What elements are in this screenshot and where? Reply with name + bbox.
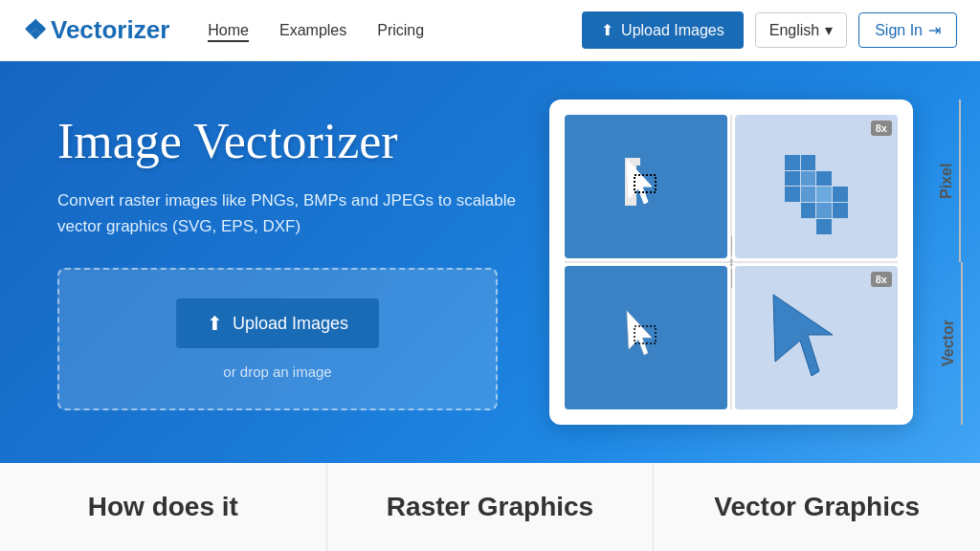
hero-right: 8x [540,99,923,425]
bottom-card-raster[interactable]: Raster Graphics [327,463,655,551]
viz-cell-pixel-zoom: 8x [735,115,898,258]
nav-item-pricing[interactable]: Pricing [377,22,424,39]
cursor-vector-svg [608,299,684,376]
cursor-pixel-svg [608,148,684,225]
upload-dropzone[interactable]: ⬆ Upload Images or drop an image [57,268,498,410]
upload-button-nav[interactable]: ⬆ Upload Images [582,11,744,49]
bottom-section: How does it Raster Graphics Vector Graph… [0,463,980,551]
language-selector[interactable]: English ▾ [755,12,847,48]
signin-icon: ⇥ [928,21,941,39]
nav-item-examples[interactable]: Examples [279,22,346,39]
logo-text: Vectorizer [51,15,169,45]
navbar-right: ⬆ Upload Images English ▾ Sign In ⇥ [582,11,957,49]
hero-section: Image Vectorizer Convert raster images l… [0,61,980,463]
upload-label-nav: Upload Images [621,22,724,39]
upload-button-main[interactable]: ⬆ Upload Images [176,298,379,348]
hero-left: Image Vectorizer Convert raster images l… [57,114,540,411]
upload-icon-nav: ⬆ [601,21,613,39]
svg-marker-5 [627,311,652,355]
svg-rect-2 [633,158,640,165]
vector-label: Vector [940,262,963,425]
chevron-down-icon: ▾ [825,21,833,39]
nav-item-home[interactable]: Home [208,22,249,39]
upload-icon-main: ⬆ [207,312,223,335]
hero-title: Image Vectorizer [57,114,540,168]
nav-link-home[interactable]: Home [208,22,249,42]
vector-zoom-svg [764,285,869,390]
viz-cell-cursor-vector [565,266,727,409]
language-label: English [769,22,819,39]
drop-text: or drop an image [223,364,331,380]
pixel-label: Pixel [938,99,961,262]
center-connector: ↕ [728,236,734,288]
viz-wrapper: 8x [549,99,913,425]
signin-button[interactable]: Sign In ⇥ [858,12,957,48]
hero-subtitle: Convert raster images like PNGs, BMPs an… [57,187,540,239]
vector-zoom-label: 8x [871,272,892,287]
logo-icon: ❖ [23,14,47,46]
signin-label: Sign In [875,22,923,39]
nav-link-pricing[interactable]: Pricing [377,22,424,38]
pixel-zoom-label: 8x [871,121,892,136]
nav-links: Home Examples Pricing [208,22,424,39]
logo[interactable]: ❖ Vectorizer [23,14,169,46]
navbar-left: ❖ Vectorizer Home Examples Pricing [23,14,424,46]
upload-label-main: Upload Images [233,314,348,334]
nav-link-examples[interactable]: Examples [279,22,346,38]
navbar: ❖ Vectorizer Home Examples Pricing ⬆ Upl… [0,0,980,61]
viz-container: 8x [549,99,913,425]
bottom-card-how[interactable]: How does it [0,463,327,551]
bottom-card-how-title: How does it [88,492,238,522]
bottom-card-vector[interactable]: Vector Graphics [654,463,980,551]
bottom-card-raster-title: Raster Graphics [387,492,593,522]
bottom-card-vector-title: Vector Graphics [714,492,920,522]
svg-marker-7 [773,295,833,376]
viz-cell-cursor-pixel [565,115,727,258]
viz-cell-vector-zoom: 8x [735,266,898,409]
